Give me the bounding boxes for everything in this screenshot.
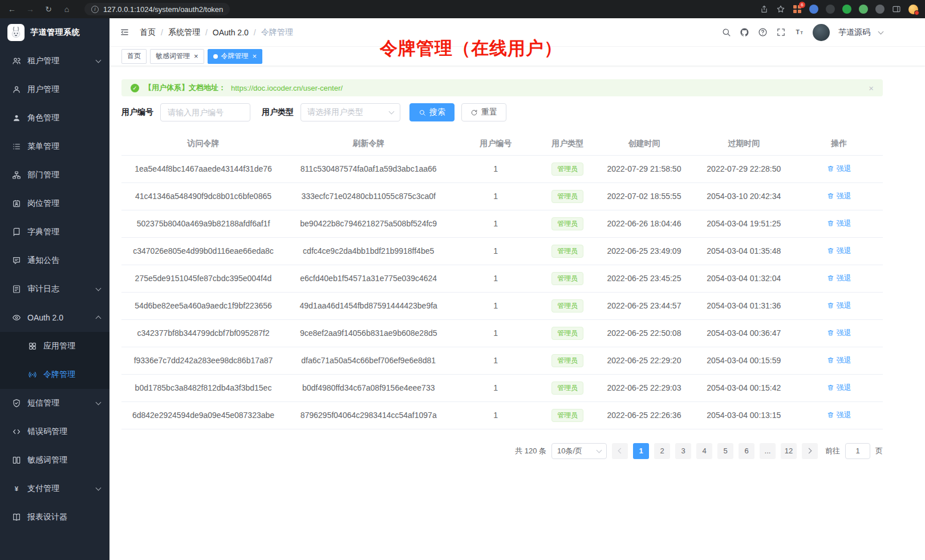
browser-back-button[interactable]: ← xyxy=(7,5,17,14)
sidebar-item[interactable]: 错误码管理 xyxy=(0,417,109,446)
fullscreen-icon[interactable] xyxy=(776,27,786,37)
sidebar-item[interactable]: 字典管理 xyxy=(0,218,109,246)
extension-green-icon[interactable] xyxy=(842,5,851,14)
side-panel-icon[interactable] xyxy=(892,5,901,14)
force-logout-button[interactable]: 强退 xyxy=(827,273,851,283)
delete-icon xyxy=(827,247,834,254)
user-id-cell: 1 xyxy=(452,182,539,210)
doc-link[interactable]: https://doc.iocoder.cn/user-center/ xyxy=(231,84,343,92)
sidebar-item[interactable]: 报表设计器 xyxy=(0,503,109,531)
header-actions: TT 芋道源码 xyxy=(721,24,883,41)
refresh-token-cell: 49d1aa46d1454fbd87591444423be9fa xyxy=(285,292,452,319)
column-header: 访问令牌 xyxy=(121,132,285,155)
expire-time-cell: 2054-03-10 20:42:34 xyxy=(692,182,795,210)
breadcrumb-item[interactable]: 系统管理 xyxy=(168,27,200,38)
force-logout-button[interactable]: 强退 xyxy=(827,410,851,420)
extension-dark-icon[interactable] xyxy=(826,5,835,14)
sidebar-item[interactable]: 租户管理 xyxy=(0,47,109,75)
sidebar-item[interactable]: 部门管理 xyxy=(0,161,109,189)
next-page-button[interactable] xyxy=(802,443,818,459)
browser-home-button[interactable]: ⌂ xyxy=(62,5,72,14)
view-tab[interactable]: 首页 xyxy=(121,49,147,64)
force-logout-button[interactable]: 强退 xyxy=(827,246,851,256)
user-avatar[interactable] xyxy=(813,24,830,41)
bookmark-star-icon[interactable] xyxy=(776,5,785,14)
extension-blue-icon[interactable] xyxy=(809,5,818,14)
goto-page-input[interactable] xyxy=(845,443,870,459)
force-logout-button[interactable]: 强退 xyxy=(827,328,851,338)
sidebar-fold-icon[interactable] xyxy=(120,27,129,37)
chevron-down-icon[interactable] xyxy=(878,29,884,34)
refresh-token-cell: be90422b8c7946218275a508bf524fc9 xyxy=(285,210,452,237)
page-size-select[interactable]: 10条/页 xyxy=(551,443,607,459)
browser-reload-button[interactable]: ↻ xyxy=(43,5,54,14)
sidebar-item[interactable]: 敏感词管理 xyxy=(0,446,109,474)
svg-text:¥: ¥ xyxy=(14,485,18,492)
prev-page-button[interactable] xyxy=(612,443,628,459)
sidebar-item[interactable]: OAuth 2.0 xyxy=(0,303,109,332)
close-tab-icon[interactable]: × xyxy=(194,52,198,60)
breadcrumb-item[interactable]: 首页 xyxy=(140,27,156,38)
app-logo[interactable]: 芋道管理系统 xyxy=(0,18,109,47)
search-button[interactable]: 搜索 xyxy=(409,103,455,121)
share-icon[interactable] xyxy=(760,5,769,14)
sidebar-item[interactable]: 通知公告 xyxy=(0,246,109,275)
force-logout-button[interactable]: 强退 xyxy=(827,164,851,174)
pagination-page-button[interactable]: 12 xyxy=(781,443,797,459)
user-name[interactable]: 芋道源码 xyxy=(838,27,870,38)
payment-yen-icon: ¥ xyxy=(11,484,21,494)
pagination-page-button[interactable]: 4 xyxy=(696,443,712,459)
expire-time-cell: 2054-03-04 01:32:04 xyxy=(692,265,795,292)
close-tab-icon[interactable]: × xyxy=(253,52,257,60)
site-info-icon[interactable]: i xyxy=(91,6,99,13)
sidebar-item[interactable]: 审计日志 xyxy=(0,275,109,303)
pagination-page-button[interactable]: 6 xyxy=(739,443,754,459)
pagination-more-button[interactable]: ... xyxy=(760,443,776,459)
user-type-select[interactable]: 请选择用户类型 xyxy=(301,103,400,121)
pagination-page-button[interactable]: 3 xyxy=(675,443,691,459)
reset-button[interactable]: 重置 xyxy=(461,103,506,121)
pagination-page-button[interactable]: 1 xyxy=(633,443,649,459)
force-logout-button[interactable]: 强退 xyxy=(827,355,851,366)
extension-icon[interactable]: 6 xyxy=(793,5,802,14)
force-logout-button[interactable]: 强退 xyxy=(827,383,851,393)
user-id-cell: 1 xyxy=(452,265,539,292)
sidebar-item[interactable]: 岗位管理 xyxy=(0,189,109,218)
delete-icon xyxy=(827,411,834,419)
view-tab[interactable]: 敏感词管理× xyxy=(150,49,204,64)
pagination-page-button[interactable]: 5 xyxy=(717,443,733,459)
sidebar-item[interactable]: 应用管理 xyxy=(0,332,109,360)
table-row: c342377bf8b344799dcbf7bf095287f29ce8ef2a… xyxy=(121,319,883,347)
force-logout-button[interactable]: 强退 xyxy=(827,218,851,229)
sidebar-item[interactable]: 菜单管理 xyxy=(0,132,109,161)
created-time-cell: 2022-06-25 22:29:20 xyxy=(596,347,693,374)
user-type-cell: 管理员 xyxy=(539,374,596,401)
sidebar-item[interactable]: 令牌管理 xyxy=(0,360,109,389)
token-signal-icon xyxy=(27,370,37,380)
force-logout-button[interactable]: 强退 xyxy=(827,301,851,311)
address-bar[interactable]: i 127.0.0.1:1024/system/oauth2/token xyxy=(84,3,230,15)
chevron-right-icon xyxy=(806,448,812,454)
browser-forward-button[interactable]: → xyxy=(25,5,35,14)
sidebar-item[interactable]: ¥支付管理 xyxy=(0,474,109,503)
browser-profile-avatar[interactable] xyxy=(908,5,918,14)
search-icon[interactable] xyxy=(721,27,731,37)
breadcrumb-item[interactable]: OAuth 2.0 xyxy=(213,28,249,37)
search-icon xyxy=(419,109,426,116)
help-icon[interactable] xyxy=(758,27,768,37)
view-tab[interactable]: 令牌管理× xyxy=(208,49,263,64)
sidebar-item[interactable]: 短信管理 xyxy=(0,389,109,417)
extension-gray-icon[interactable] xyxy=(875,5,885,14)
pagination-page-button[interactable]: 2 xyxy=(654,443,670,459)
logo-rabbit-icon xyxy=(7,24,25,41)
force-logout-button[interactable]: 强退 xyxy=(827,191,851,201)
user-id-input[interactable] xyxy=(160,103,250,121)
font-size-icon[interactable]: TT xyxy=(794,27,804,37)
github-icon[interactable] xyxy=(740,27,749,37)
alert-close-icon[interactable]: × xyxy=(869,83,874,93)
sidebar-item[interactable]: 角色管理 xyxy=(0,104,109,132)
breadcrumb-item[interactable]: 令牌管理 xyxy=(261,27,293,38)
sidebar-item[interactable]: 用户管理 xyxy=(0,75,109,104)
created-time-cell: 2022-06-25 23:49:09 xyxy=(596,237,693,265)
extension-puzzle-icon[interactable] xyxy=(859,5,868,14)
